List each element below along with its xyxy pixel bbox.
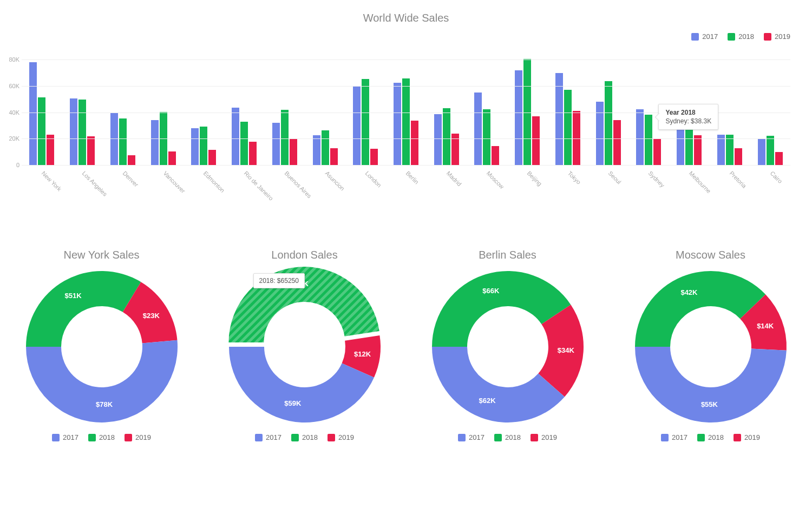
bar-2019[interactable] bbox=[249, 142, 257, 165]
legend-item-2019[interactable]: 2019 bbox=[764, 32, 790, 41]
legend-item-2018[interactable]: 2018 bbox=[88, 433, 115, 441]
legend-item-2019[interactable]: 2019 bbox=[328, 433, 354, 441]
x-tick: Buenos Aires bbox=[283, 170, 312, 199]
legend-item-2019[interactable]: 2019 bbox=[531, 433, 557, 441]
donut-slice-2017[interactable] bbox=[635, 347, 787, 422]
legend-item-2018[interactable]: 2018 bbox=[494, 433, 521, 441]
bar-2018[interactable] bbox=[564, 90, 572, 165]
slice-label: $66K bbox=[482, 287, 500, 295]
bar-2019[interactable] bbox=[735, 148, 742, 165]
legend-item-2018[interactable]: 2018 bbox=[697, 433, 724, 441]
bar-2017[interactable] bbox=[394, 83, 401, 165]
x-tick: New York bbox=[41, 170, 63, 192]
bar-2017[interactable] bbox=[717, 135, 725, 165]
donut-slice-2018[interactable] bbox=[635, 271, 765, 347]
donut-berlin: Berlin Sales$66K$34K$62K201720182019 bbox=[417, 249, 599, 441]
donut-slice-2018[interactable] bbox=[26, 271, 141, 347]
bar-2019[interactable] bbox=[775, 152, 783, 165]
bar-2019[interactable] bbox=[370, 149, 378, 165]
donut-ny: New York Sales$51K$23K$78K201720182019 bbox=[11, 249, 193, 441]
bar-2018[interactable] bbox=[402, 78, 410, 165]
legend-item-2018[interactable]: 2018 bbox=[291, 433, 318, 441]
x-tick: Moscow bbox=[486, 170, 506, 190]
bar-2017[interactable] bbox=[474, 93, 482, 165]
donut-slice-2017[interactable] bbox=[26, 340, 178, 422]
legend-item-2019[interactable]: 2019 bbox=[125, 433, 151, 441]
legend-item-2017[interactable]: 2017 bbox=[458, 433, 484, 441]
slice-label: $51K bbox=[64, 292, 82, 300]
slice-label: $14K bbox=[757, 322, 774, 330]
legend-item-2017[interactable]: 2017 bbox=[255, 433, 281, 441]
bar-2018[interactable] bbox=[78, 100, 86, 165]
donut-title: Berlin Sales bbox=[417, 249, 599, 261]
donut-title: London Sales bbox=[214, 249, 396, 261]
bar-2018[interactable] bbox=[200, 127, 207, 165]
bar-2019[interactable] bbox=[87, 136, 95, 165]
bar-2019[interactable] bbox=[290, 138, 297, 165]
bar-2017[interactable] bbox=[353, 87, 361, 165]
bar-2017[interactable] bbox=[515, 70, 522, 165]
bar-legend: 201720182019 bbox=[691, 32, 790, 41]
bar-2017[interactable] bbox=[758, 138, 765, 165]
bar-2019[interactable] bbox=[492, 146, 499, 165]
bar-2019[interactable] bbox=[47, 135, 54, 165]
donut-legend: 201720182019 bbox=[417, 433, 599, 441]
bar-2017[interactable] bbox=[151, 120, 159, 165]
bar-2019[interactable] bbox=[532, 116, 540, 165]
x-tick: Tokyo bbox=[566, 170, 582, 186]
bar-2019[interactable] bbox=[330, 148, 338, 165]
bar-2017[interactable] bbox=[596, 102, 604, 165]
bar-2017[interactable] bbox=[70, 98, 77, 165]
bar-2019[interactable] bbox=[208, 150, 216, 165]
bar-2019[interactable] bbox=[653, 139, 661, 165]
bar-2019[interactable] bbox=[573, 111, 580, 165]
donut-london: London Sales$65K$12K$59K2018: $652502017… bbox=[214, 249, 396, 441]
x-tick: Sydney bbox=[647, 170, 666, 188]
bar-2019[interactable] bbox=[168, 151, 176, 165]
donut-moscow: Moscow Sales$42K$14K$55K201720182019 bbox=[620, 249, 802, 441]
bar-2017[interactable] bbox=[191, 128, 199, 165]
bar-2018[interactable] bbox=[443, 108, 450, 165]
donut-slice-2017[interactable] bbox=[432, 347, 565, 422]
bar-2018[interactable] bbox=[362, 79, 369, 165]
bar-2017[interactable] bbox=[272, 123, 280, 165]
bar-2018[interactable] bbox=[605, 81, 612, 165]
bar-2019[interactable] bbox=[128, 155, 135, 165]
legend-item-2019[interactable]: 2019 bbox=[734, 433, 760, 441]
x-tick: Beijing bbox=[526, 170, 543, 187]
donut-tooltip: 2018: $65250 bbox=[253, 273, 305, 288]
bar-2017[interactable] bbox=[232, 108, 239, 165]
bar-2018[interactable] bbox=[240, 122, 248, 165]
x-tick: Seoul bbox=[607, 170, 622, 185]
legend-item-2018[interactable]: 2018 bbox=[728, 32, 754, 41]
bar-2018[interactable] bbox=[322, 130, 329, 165]
bar-2017[interactable] bbox=[434, 114, 442, 165]
y-tick: 60K bbox=[4, 83, 19, 89]
bar-2017[interactable] bbox=[555, 73, 563, 165]
bar-x-axis: New YorkLos AngelesDenverVancouverEdmont… bbox=[22, 168, 790, 206]
slice-label: $62K bbox=[479, 397, 496, 405]
bar-2018[interactable] bbox=[281, 110, 289, 165]
bar-2017[interactable] bbox=[313, 135, 320, 165]
bar-2018[interactable] bbox=[645, 115, 652, 165]
legend-item-2017[interactable]: 2017 bbox=[52, 433, 78, 441]
x-tick: Cairo bbox=[769, 170, 783, 184]
x-tick: Rio de Janeiro bbox=[243, 170, 275, 202]
y-tick: 40K bbox=[4, 109, 19, 116]
y-tick: 80K bbox=[4, 56, 19, 63]
bar-2019[interactable] bbox=[411, 121, 418, 165]
bar-chart-title: World Wide Sales bbox=[0, 0, 812, 24]
bar-2017[interactable] bbox=[29, 62, 37, 166]
legend-item-2017[interactable]: 2017 bbox=[661, 433, 687, 441]
bar-2019[interactable] bbox=[613, 120, 621, 165]
bar-2017[interactable] bbox=[636, 109, 644, 165]
legend-item-2017[interactable]: 2017 bbox=[691, 32, 718, 41]
bar-2019[interactable] bbox=[694, 135, 702, 165]
x-tick: Edmonton bbox=[202, 170, 226, 194]
bar-2018[interactable] bbox=[767, 136, 774, 165]
x-tick: Berlin bbox=[405, 170, 420, 185]
bar-2018[interactable] bbox=[119, 118, 127, 165]
x-tick: Madrid bbox=[445, 170, 462, 187]
bar-2018[interactable] bbox=[38, 97, 45, 165]
bar-2018[interactable] bbox=[483, 109, 490, 165]
